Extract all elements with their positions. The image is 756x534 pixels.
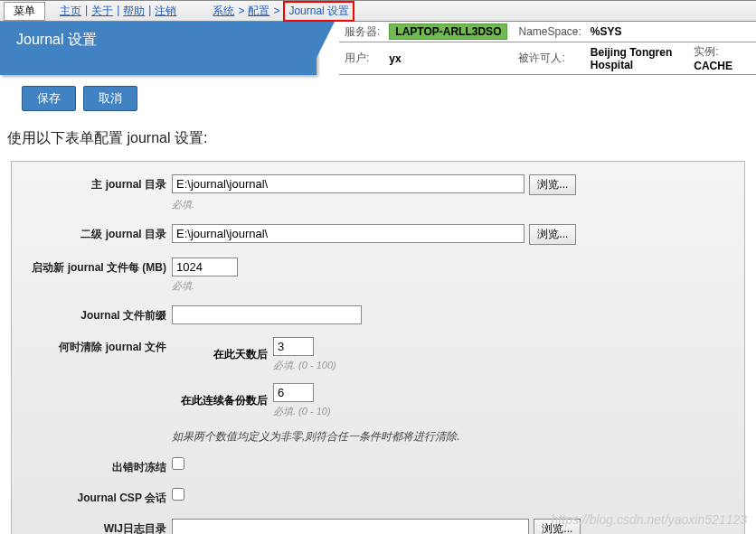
hint-backups: 必填. (0 - 10) xyxy=(273,405,331,418)
nav-help[interactable]: 帮助 xyxy=(123,4,145,19)
input-secondary-dir[interactable] xyxy=(172,224,524,243)
nav-links: 主页| 关于| 帮助| 注销 xyxy=(60,4,176,19)
nav-logout[interactable]: 注销 xyxy=(155,4,176,19)
browse-primary-button[interactable]: 浏览... xyxy=(529,174,576,195)
menu-button[interactable]: 菜单 xyxy=(4,2,45,21)
label-freeze: 出错时冻结 xyxy=(23,457,172,475)
label-user: 用户: xyxy=(339,42,383,75)
value-namespace: %SYS xyxy=(585,22,756,42)
checkbox-csp[interactable] xyxy=(172,488,184,501)
crumb-current: Journal 设置 xyxy=(288,5,349,17)
value-licensee: Beijing Tongren Hospital xyxy=(591,46,694,71)
nav-about[interactable]: 关于 xyxy=(91,4,113,19)
label-namespace: NameSpace: xyxy=(513,22,584,42)
label-licensee: 被许可人: xyxy=(513,42,584,75)
input-days[interactable] xyxy=(273,337,314,356)
top-bar: 菜单 主页| 关于| 帮助| 注销 系统 > 配置 > Journal 设置 xyxy=(0,0,756,22)
checkbox-freeze[interactable] xyxy=(172,457,184,470)
label-csp: Journal CSP 会话 xyxy=(23,488,172,506)
label-days: 在此天数后 xyxy=(172,347,273,362)
label-prefix: Journal 文件前缀 xyxy=(23,305,172,323)
highlight-annotation: Journal 设置 xyxy=(283,1,354,22)
crumb-system[interactable]: 系统 xyxy=(213,4,234,19)
input-newfile-size[interactable] xyxy=(172,258,238,276)
breadcrumb: 系统 > 配置 > Journal 设置 xyxy=(213,1,354,22)
label-backups: 在此连续备份数后 xyxy=(172,393,273,408)
value-server: LAPTOP-ARLL3DSO xyxy=(383,22,513,42)
header-row: Journal 设置 服务器: LAPTOP-ARLL3DSO NameSpac… xyxy=(0,22,756,75)
browse-secondary-button[interactable]: 浏览... xyxy=(529,224,576,245)
info-grid: 服务器: LAPTOP-ARLL3DSO NameSpace: %SYS 用户:… xyxy=(339,22,756,75)
label-server: 服务器: xyxy=(339,22,383,42)
watermark: https://blog.csdn.net/yaoxin521123 xyxy=(552,512,747,527)
chevron-icon: > xyxy=(273,5,279,17)
page-title: Journal 设置 xyxy=(0,22,317,75)
note-purge: 如果两个数值均定义为非零,则符合任一条件时都将进行清除. xyxy=(172,429,733,445)
label-purge: 何时清除 journal 文件 xyxy=(23,337,172,355)
value-user: yx xyxy=(383,42,513,75)
label-primary-dir: 主 journal 目录 xyxy=(23,174,172,192)
hint-days: 必填. (0 - 100) xyxy=(273,359,336,372)
save-button[interactable]: 保存 xyxy=(22,86,76,111)
chevron-icon: > xyxy=(238,5,244,17)
action-bar: 保存 取消 xyxy=(0,75,756,122)
form: 主 journal 目录 浏览... 必填. 二级 journal 目录 浏览.… xyxy=(11,161,745,534)
cancel-button[interactable]: 取消 xyxy=(83,86,137,111)
hint-primary: 必填. xyxy=(172,198,733,211)
input-backups[interactable] xyxy=(273,383,314,402)
instructions: 使用以下表单配置 journal 设置: xyxy=(0,122,756,161)
input-wij[interactable] xyxy=(172,519,529,534)
nav-home[interactable]: 主页 xyxy=(60,4,81,19)
input-prefix[interactable] xyxy=(172,305,362,324)
crumb-config[interactable]: 配置 xyxy=(248,4,269,19)
label-secondary-dir: 二级 journal 目录 xyxy=(23,224,172,242)
label-instance: 实例: xyxy=(694,45,722,58)
label-newfile-size: 启动新 journal 文件每 (MB) xyxy=(23,258,172,276)
value-instance: CACHE xyxy=(694,60,732,72)
label-wij: WIJ日志目录 xyxy=(23,519,172,534)
hint-newfile: 必填. xyxy=(172,279,733,293)
input-primary-dir[interactable] xyxy=(172,174,524,193)
